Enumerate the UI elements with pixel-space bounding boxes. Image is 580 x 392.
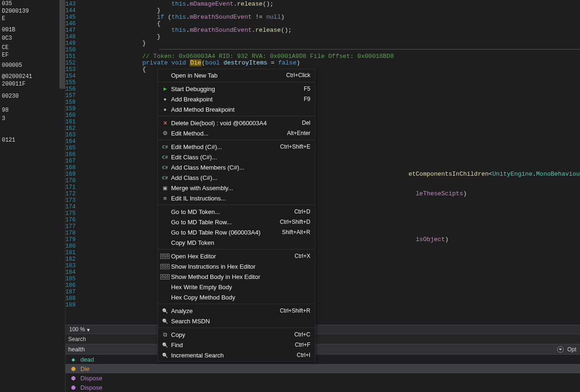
code-line[interactable]: private void Die(bool destroyItems = fal…	[84, 60, 580, 66]
menu-label: Go to MD Table Row...	[171, 219, 274, 226]
menu-item[interactable]: Hex Copy Method Body	[158, 292, 315, 302]
menu-item[interactable]: Copy MD Token	[158, 237, 315, 248]
code-line[interactable]: }	[84, 34, 580, 40]
zoom-level[interactable]: 100 %	[69, 326, 85, 333]
gear-icon	[159, 130, 171, 136]
line-number: 184	[65, 269, 76, 276]
line-number: 154	[65, 73, 76, 79]
menu-item[interactable]: 010Open Hex EditorCtrl+X	[158, 251, 315, 261]
search-label: Search	[68, 336, 86, 342]
options-caret-icon[interactable]	[557, 346, 564, 353]
tree-item[interactable]: 0C3	[0, 35, 65, 42]
code-line[interactable]: // Token: 0x060003A4 RID: 932 RVA: 0x000…	[84, 53, 580, 60]
menu-item[interactable]: 010Show Instructions in Hex Editor	[158, 261, 315, 271]
tree-item[interactable]: 200011F	[0, 80, 65, 88]
search-result[interactable]: dead	[65, 355, 580, 364]
line-number: 164	[65, 138, 76, 145]
menu-separator	[158, 328, 315, 328]
line-number: 153	[65, 66, 76, 73]
tree-item[interactable]: 035	[0, 0, 65, 7]
line-number: 146	[65, 21, 76, 27]
context-menu[interactable]: Open in New TabCtrl+ClickStart Debugging…	[158, 69, 315, 362]
tree-item[interactable]: 98	[0, 107, 65, 114]
code-line[interactable]: }	[84, 7, 580, 14]
line-number: 172	[65, 191, 76, 197]
code-line[interactable]	[84, 47, 580, 53]
options-label[interactable]: Opt	[567, 346, 576, 353]
tree-item[interactable]: D2000139	[0, 7, 65, 15]
menu-item[interactable]: Edit Method...Alt+Enter	[158, 128, 315, 138]
code-line[interactable]: }	[84, 40, 580, 47]
search-icon	[159, 319, 171, 324]
code-line[interactable]: this.mDamageEvent.release();	[84, 1, 580, 7]
line-number: 165	[65, 145, 76, 151]
search-result[interactable]: Die	[65, 364, 580, 373]
menu-item[interactable]: Go to MD Table Row...Ctrl+Shift+D	[158, 217, 315, 227]
search-result[interactable]: Dispose	[65, 383, 580, 392]
tree-item[interactable]: 00230	[0, 93, 65, 100]
tree-item[interactable]: @02000241	[0, 73, 65, 80]
menu-item[interactable]: Hex Write Empty Body	[158, 282, 315, 292]
result-name: Die	[80, 365, 90, 372]
code-line[interactable]: {	[84, 21, 580, 27]
menu-label: Incremental Search	[171, 352, 291, 359]
line-number: 159	[65, 106, 76, 112]
menu-item[interactable]: Open in New TabCtrl+Click	[158, 70, 315, 80]
menu-item[interactable]: Incremental SearchCtrl+I	[158, 350, 315, 360]
menu-label: Hex Write Empty Body	[171, 284, 305, 291]
menu-label: Add Method Breakpoint	[171, 106, 305, 113]
line-number: 168	[65, 164, 76, 171]
csharp-icon: C#	[159, 175, 171, 180]
tree-item[interactable]: E	[0, 15, 65, 22]
menu-item[interactable]: C#Add Class Members (C#)...	[158, 162, 315, 172]
menu-label: Open in New Tab	[171, 72, 280, 79]
csharp-icon: C#	[159, 144, 171, 150]
menu-label: Add Breakpoint	[171, 96, 298, 103]
menu-item[interactable]: Merge with Assembly...	[158, 183, 315, 193]
menu-shortcut: Del	[302, 120, 310, 126]
menu-item[interactable]: Add BreakpointF9	[158, 94, 315, 104]
menu-shortcut: Ctrl+Shift+E	[280, 143, 310, 150]
assembly-tree-panel[interactable]: 035D2000139E001B0C3CEEF000005 @02000241 …	[0, 0, 65, 392]
tree-item[interactable]: CE	[0, 44, 65, 51]
zoom-dropdown-icon[interactable]: ▾	[87, 327, 93, 332]
tree-item[interactable]: EF	[0, 51, 65, 59]
main-area: 1431441451461471481491501511521531541551…	[65, 0, 580, 392]
menu-item[interactable]: C#Edit Method (C#)...Ctrl+Shift+E	[158, 142, 315, 152]
menu-item[interactable]: Edit IL Instructions...	[158, 193, 315, 203]
menu-item[interactable]: C#Add Class (C#)...	[158, 172, 315, 183]
menu-item[interactable]: Search MSDN	[158, 316, 315, 326]
search-result[interactable]: Dispose	[65, 373, 580, 383]
search-results: deadDieDisposeDispose	[65, 355, 580, 392]
line-number: 174	[65, 204, 76, 210]
menu-item[interactable]: Add Method Breakpoint	[158, 104, 315, 114]
line-number: 183	[65, 263, 76, 269]
menu-item[interactable]: Go to MD Table Row (060003A4)Shift+Alt+R	[158, 227, 315, 237]
menu-item[interactable]: CopyCtrl+C	[158, 329, 315, 340]
menu-shortcut: Ctrl+F	[295, 342, 310, 348]
menu-label: Open Hex Editor	[171, 253, 289, 260]
line-number: 186	[65, 282, 76, 289]
tree-item[interactable]: 001B	[0, 26, 65, 34]
line-number: 179	[65, 236, 76, 243]
code-editor[interactable]: 1431441451461471481491501511521531541551…	[65, 0, 580, 325]
line-number: 148	[65, 34, 76, 40]
menu-item[interactable]: Delete Die(bool) : void @060003A4Del	[158, 118, 315, 128]
menu-label: Show Instructions in Hex Editor	[171, 263, 305, 270]
menu-item[interactable]: FindCtrl+F	[158, 340, 315, 350]
menu-item[interactable]: Start DebuggingF5	[158, 84, 315, 94]
menu-item[interactable]: AnalyzeCtrl+Shift+R	[158, 306, 315, 316]
scrollbar-thumb[interactable]	[59, 0, 65, 89]
menu-label: Add Class Members (C#)...	[171, 164, 305, 171]
tree-item[interactable]: 0121	[0, 136, 65, 144]
menu-separator	[158, 205, 315, 205]
menu-item[interactable]: 010Show Method Body in Hex Editor	[158, 271, 315, 282]
code-line[interactable]: if (this.mBreathSoundEvent != null)	[84, 14, 580, 21]
line-number: 175	[65, 210, 76, 217]
menu-item[interactable]: C#Edit Class (C#)...	[158, 152, 315, 162]
menu-item[interactable]: Go to MD Token...Ctrl+D	[158, 207, 315, 217]
code-line[interactable]: this.mBreathSoundEvent.release();	[84, 27, 580, 34]
tree-item[interactable]: 3	[0, 115, 65, 122]
menu-separator	[158, 116, 315, 116]
tree-item[interactable]: 000005	[0, 62, 65, 69]
